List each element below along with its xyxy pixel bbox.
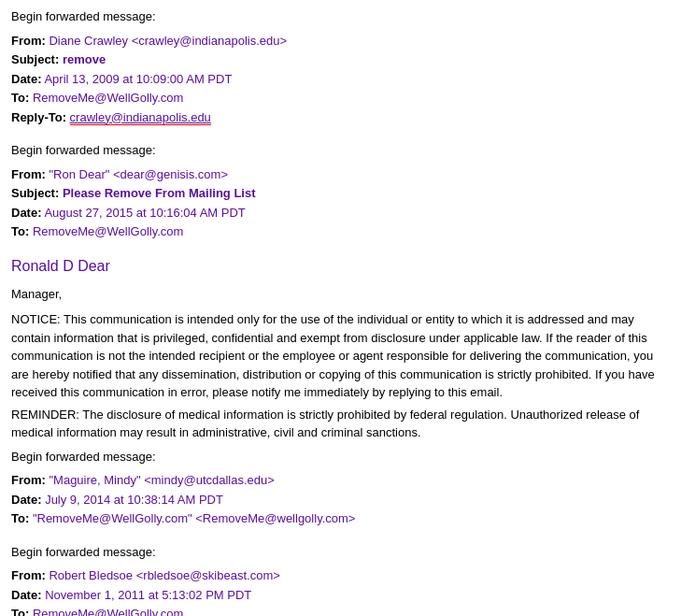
date-value-3: July 9, 2014 at 10:38:14 AM PDT (45, 493, 223, 507)
email-section-3: Begin forwarded message: From: "Maguire,… (11, 448, 670, 528)
to-value-3[interactable]: "RemoveMe@WellGolly.com" <RemoveMe@wellg… (33, 511, 356, 525)
subject-label-1: Subject: (11, 52, 59, 66)
date-label-1: Date: (11, 72, 42, 86)
email-section-2: Begin forwarded message: From: "Ron Dear… (11, 141, 670, 442)
from-line-3: From: "Maguire, Mindy" <mindy@utcdallas.… (11, 471, 670, 490)
date-label-2: Date: (11, 206, 42, 220)
from-line-1: From: Diane Crawley <crawley@indianapoli… (11, 32, 670, 50)
from-label-2: From: (11, 167, 46, 181)
recipient-name: Ronald D Dear (11, 255, 670, 278)
to-value-4[interactable]: RemoveMe@WellGolly.com (33, 607, 184, 616)
forward-header-4: Begin forwarded message: (11, 543, 670, 562)
forward-header-2: Begin forwarded message: (11, 141, 670, 160)
date-line-2: Date: August 27, 2015 at 10:16:04 AM PDT (11, 204, 670, 222)
date-value-2: August 27, 2015 at 10:16:04 AM PDT (44, 206, 245, 220)
to-value-1[interactable]: RemoveMe@WellGolly.com (33, 91, 184, 105)
subject-label-2: Subject: (11, 186, 59, 200)
to-label-2: To: (11, 224, 29, 238)
to-label-4: To: (11, 607, 29, 616)
to-line-4: To: RemoveMe@WellGolly.com (11, 605, 670, 616)
to-line-1: To: RemoveMe@WellGolly.com (11, 89, 670, 107)
from-label-1: From: (11, 34, 46, 48)
subject-line-2: Subject: Please Remove From Mailing List (11, 184, 670, 203)
email-section-1: Begin forwarded message: From: Diane Cra… (11, 7, 670, 126)
to-label-1: To: (11, 91, 29, 105)
subject-value-2: Please Remove From Mailing List (63, 186, 256, 200)
date-value-1: April 13, 2009 at 10:09:00 AM PDT (44, 72, 232, 86)
subject-line-1: Subject: remove (11, 50, 670, 69)
date-line-1: Date: April 13, 2009 at 10:09:00 AM PDT (11, 70, 670, 89)
email-section-4: Begin forwarded message: From: Robert Bl… (11, 543, 670, 617)
salutation: Manager, (11, 285, 670, 304)
date-value-4: November 1, 2011 at 5:13:02 PM PDT (45, 588, 251, 602)
date-line-4: Date: November 1, 2011 at 5:13:02 PM PDT (11, 586, 670, 605)
from-name-3[interactable]: "Maguire, Mindy" <mindy@utcdallas.edu> (49, 473, 274, 487)
reply-to-label-1: Reply-To: (11, 110, 66, 124)
date-label-3: Date: (11, 493, 42, 507)
from-label-4: From: (11, 568, 46, 582)
date-label-4: Date: (11, 588, 42, 602)
from-name-4[interactable]: Robert Bledsoe <rbledsoe@skibeast.com> (49, 568, 279, 582)
reminder-text: REMINDER: The disclosure of medical info… (11, 406, 670, 442)
subject-value-1: remove (63, 52, 106, 66)
date-line-3: Date: July 9, 2014 at 10:38:14 AM PDT (11, 491, 670, 509)
from-label-3: From: (11, 473, 46, 487)
to-line-2: To: RemoveMe@WellGolly.com (11, 222, 670, 241)
to-line-3: To: "RemoveMe@WellGolly.com" <RemoveMe@w… (11, 509, 670, 528)
forward-header-1: Begin forwarded message: (11, 7, 670, 26)
notice-text: NOTICE: This communication is intended o… (11, 310, 670, 402)
from-name-2[interactable]: "Ron Dear" <dear@genisis.com> (49, 167, 228, 181)
from-line-4: From: Robert Bledsoe <rbledsoe@skibeast.… (11, 566, 670, 585)
forward-header-3: Begin forwarded message: (11, 448, 670, 466)
reply-to-value-1[interactable]: crawley@indianapolis.edu (70, 110, 211, 125)
from-line-2: From: "Ron Dear" <dear@genisis.com> (11, 165, 670, 184)
to-label-3: To: (11, 511, 29, 525)
reply-to-line-1: Reply-To: crawley@indianapolis.edu (11, 108, 670, 127)
to-value-2[interactable]: RemoveMe@WellGolly.com (33, 224, 184, 238)
from-name-1[interactable]: Diane Crawley <crawley@indianapolis.edu> (49, 34, 287, 48)
